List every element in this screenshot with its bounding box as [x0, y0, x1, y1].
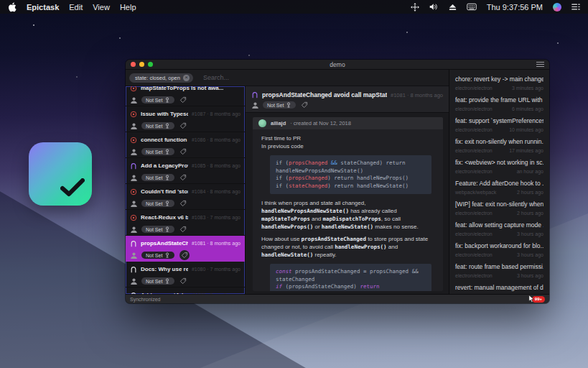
activity-time: an hour ago — [517, 168, 543, 175]
issue-list-item[interactable]: propsAndStateChanged av...#1081 · 8 mont… — [126, 236, 245, 262]
comment-header: ailiajd · created at Nov 12, 2018 — [253, 117, 443, 129]
window-menu-icon[interactable] — [536, 62, 544, 67]
assignee-pill[interactable]: Not Set — [141, 252, 174, 259]
apple-menu-icon[interactable] — [8, 2, 17, 12]
notification-center-icon[interactable] — [571, 3, 580, 11]
assignee-pill[interactable]: Not Set — [141, 96, 174, 104]
issue-list-item[interactable]: Add connectAdvanced() tests#1079 · 8 mon… — [126, 288, 245, 294]
assignee-pill[interactable]: Not Set — [141, 148, 174, 155]
cursor-icon — [528, 295, 534, 303]
code-token: const — [276, 268, 292, 275]
code-token: if ( — [276, 183, 289, 189]
assignee-avatar-icon — [130, 252, 138, 259]
menubar-clock[interactable]: Thu 9:37:56 PM — [487, 3, 543, 12]
chip-close-icon[interactable] — [183, 75, 190, 81]
issue-row-assignee: Not Set — [126, 144, 245, 157]
close-window-button[interactable] — [131, 62, 136, 67]
activity-item[interactable]: revert: manual management of d... — [449, 282, 549, 294]
tag-icon[interactable] — [179, 200, 187, 207]
notification-badge[interactable]: 99+ — [532, 296, 545, 303]
issue-row-assignee: Not Set — [126, 222, 245, 235]
milestone-icon — [164, 278, 170, 284]
code-token: stateChanged — [289, 183, 327, 189]
issue-list-item[interactable]: Couldn't find 'store' in eithe...#1084 ·… — [126, 184, 245, 210]
comment-avatar — [258, 119, 266, 127]
siri-icon[interactable] — [553, 3, 561, 12]
code-token: (propsAndStateChanged) — [282, 283, 360, 290]
tag-icon[interactable] — [301, 101, 308, 109]
activity-item[interactable]: chore: revert key -> main change...elect… — [449, 73, 549, 94]
code-token: && — [331, 160, 337, 166]
menu-edit[interactable]: Edit — [69, 3, 83, 12]
activity-item[interactable]: feat: provide the frame URL with ...elec… — [449, 94, 549, 115]
issue-list-item[interactable]: connect function upgrade t...#1086 · 8 m… — [126, 132, 245, 158]
code-token: if ( — [276, 175, 289, 181]
code-token: stateChanged — [276, 276, 314, 282]
issue-row-title: propsAndStateChanged av...#1081 · 8 mont… — [126, 236, 245, 248]
assignee-pill[interactable]: Not Set — [141, 226, 174, 233]
input-source-icon[interactable] — [467, 3, 477, 11]
zoom-window-button[interactable] — [148, 62, 153, 67]
issue-list-item[interactable]: Add a LegacyProvider com...#1085 · 8 mon… — [126, 158, 245, 184]
menu-help[interactable]: Help — [120, 3, 136, 12]
activity-time: 2 hours ago — [517, 210, 543, 216]
assignee-avatar-icon — [251, 101, 259, 109]
activity-repo: electron/electron — [455, 252, 493, 258]
assignee-pill[interactable]: Not Set — [141, 174, 174, 181]
issue-list-item[interactable]: Docs: Why use react-redux#1080 · 7 month… — [126, 262, 245, 288]
search-input[interactable] — [202, 73, 360, 82]
volume-icon[interactable] — [429, 3, 439, 11]
issue-detail-panel: propsAndStateChanged avoid call mapState… — [245, 86, 449, 294]
paragraph-text: and — [310, 216, 323, 222]
activity-item[interactable]: fix: <webview> not working in sc...elect… — [449, 157, 549, 178]
code-token: propsAndStateChanged = propsChanged && — [292, 268, 419, 275]
tag-icon[interactable] — [179, 148, 187, 155]
issue-list-item[interactable]: React-Redux v6 beta feedb...#1083 · 7 mo… — [126, 210, 245, 236]
activity-subtitle: electron/electron3 hours ago — [455, 252, 543, 258]
tag-icon[interactable] — [179, 226, 187, 233]
assignee-label: Not Set — [146, 279, 162, 284]
tag-icon[interactable] — [179, 250, 190, 260]
tag-icon[interactable] — [179, 174, 187, 181]
menubar-app-name[interactable]: Epictask — [27, 3, 59, 12]
filter-chip[interactable]: state: closed, open — [129, 73, 193, 83]
assignee-pill[interactable]: Not Set — [263, 101, 296, 109]
tag-icon[interactable] — [179, 122, 187, 129]
milestone-icon — [164, 252, 170, 258]
activity-item[interactable]: fix: backport workaround for blo...elect… — [449, 240, 549, 261]
activity-repo: electron/electron — [455, 85, 493, 91]
activity-item[interactable]: feat: support `systemPreferences...elect… — [449, 115, 549, 136]
activity-time: 6 minutes ago — [512, 106, 543, 112]
window-titlebar[interactable]: demo — [126, 60, 549, 70]
activity-subtitle: electron/electron10 minutes ago — [455, 126, 543, 133]
eject-icon[interactable] — [449, 4, 457, 11]
paragraph-text: , so call — [381, 216, 401, 222]
activity-item[interactable]: [WIP] feat: exit non-silently when...ele… — [449, 198, 549, 219]
code-line: if (stateChanged) return handleNewState(… — [276, 183, 426, 190]
paragraph-text: has already called — [349, 208, 397, 214]
issue-meta: #1083 · 7 months ago — [192, 215, 241, 220]
issue-list-item[interactable]: mapStateToProps is not awa...Not Set — [126, 86, 245, 106]
minimize-window-button[interactable] — [139, 62, 144, 67]
tag-icon[interactable] — [179, 277, 187, 285]
pr-white-icon — [130, 240, 137, 247]
activity-item[interactable]: Feature: Add afterDone hook to ...webpac… — [449, 178, 549, 198]
activity-item[interactable]: feat: route frame based permissi...elect… — [449, 261, 549, 282]
code-token: propsChanged — [289, 175, 327, 181]
activity-item[interactable]: fix: exit non-silently when runnin...ele… — [449, 136, 549, 157]
menu-view[interactable]: View — [93, 3, 110, 12]
paragraph-text: repeatly. — [313, 252, 336, 258]
milestone-icon — [164, 149, 170, 155]
assignee-pill[interactable]: Not Set — [141, 277, 174, 285]
activity-title: revert: manual management of d... — [455, 284, 543, 292]
assignee-pill[interactable]: Not Set — [141, 200, 174, 207]
epictask-app-icon[interactable] — [29, 142, 92, 206]
activity-repo: webpack/webpack — [455, 189, 496, 196]
assignee-pill[interactable]: Not Set — [141, 122, 174, 129]
assignee-avatar-icon — [130, 174, 138, 182]
move-icon[interactable] — [411, 3, 419, 12]
activity-item[interactable]: feat: allow setting capture mode ...elec… — [449, 219, 549, 240]
tag-icon[interactable] — [179, 96, 187, 104]
issue-list-item[interactable]: Issue with Typescript and Di...#1087 · 8… — [126, 106, 245, 132]
comment-intro-line: First time to PR — [261, 134, 434, 142]
